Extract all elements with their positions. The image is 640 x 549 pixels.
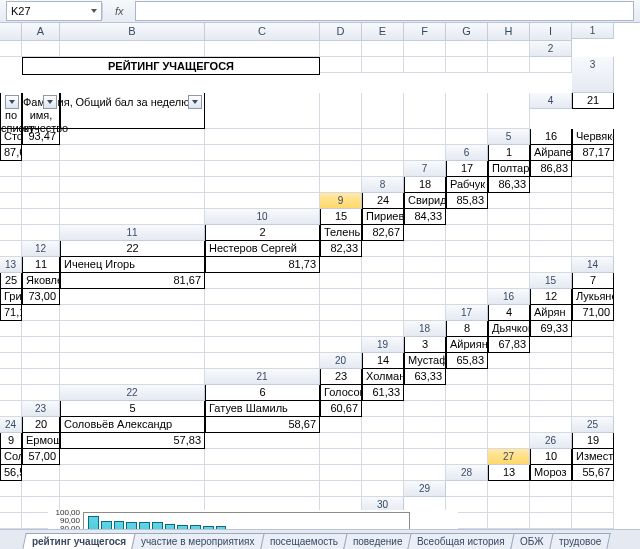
cell[interactable]: [446, 241, 488, 257]
cell[interactable]: [362, 57, 404, 73]
cell-score[interactable]: 84,33: [404, 209, 446, 225]
col-header[interactable]: I: [530, 23, 572, 41]
cell[interactable]: [446, 369, 488, 385]
cell[interactable]: [362, 257, 404, 273]
cell[interactable]: [446, 433, 488, 449]
sheet-tab[interactable]: рейтинг учащегося: [22, 533, 136, 549]
cell-name[interactable]: Червякова Анастасия: [572, 129, 614, 145]
cell[interactable]: [362, 273, 404, 289]
cell[interactable]: [404, 93, 446, 129]
cell[interactable]: [22, 177, 60, 193]
chevron-down-icon[interactable]: [91, 9, 97, 13]
cell[interactable]: [320, 449, 362, 465]
cell-number[interactable]: 20: [22, 417, 60, 433]
cell[interactable]: [320, 321, 362, 337]
name-box[interactable]: K27: [6, 1, 102, 21]
cell-score[interactable]: 87,17: [572, 145, 614, 161]
cell-number[interactable]: 25: [0, 273, 22, 289]
cell[interactable]: [60, 465, 205, 481]
cell[interactable]: [60, 161, 205, 177]
cell[interactable]: [0, 401, 22, 417]
cell[interactable]: [205, 129, 320, 145]
cell[interactable]: [446, 129, 488, 145]
row-header[interactable]: 25: [572, 417, 614, 433]
cell-name[interactable]: Айриян Артур: [446, 337, 488, 353]
cell[interactable]: [572, 481, 614, 497]
cell[interactable]: [0, 481, 22, 497]
cell[interactable]: [530, 369, 572, 385]
row-header[interactable]: 18: [404, 321, 446, 337]
cell[interactable]: [488, 41, 530, 57]
cell-number[interactable]: 6: [205, 385, 320, 401]
cell-number[interactable]: 21: [572, 93, 614, 109]
cell[interactable]: [0, 209, 22, 225]
cell-score[interactable]: 81,67: [60, 273, 205, 289]
sheet-tab[interactable]: поведение: [343, 533, 412, 549]
cell[interactable]: [0, 353, 22, 369]
cell[interactable]: [572, 385, 614, 401]
cell[interactable]: [488, 433, 530, 449]
cell-name[interactable]: Изместьев Денис: [572, 449, 614, 465]
cell[interactable]: [320, 289, 362, 305]
cell[interactable]: [488, 417, 530, 433]
cell[interactable]: [488, 353, 530, 369]
cell-score[interactable]: 82,33: [320, 241, 362, 257]
cell-score[interactable]: 71,17: [0, 305, 22, 321]
cell-score[interactable]: 82,67: [362, 225, 404, 241]
cell[interactable]: [572, 225, 614, 241]
col-header[interactable]: F: [404, 23, 446, 41]
cell-name[interactable]: Яковлева Мария: [22, 273, 60, 289]
cell-number[interactable]: 4: [488, 305, 530, 321]
cell-number[interactable]: 24: [362, 193, 404, 209]
cell-number[interactable]: 5: [60, 401, 205, 417]
cell-number[interactable]: 22: [60, 241, 205, 257]
sheet-tab[interactable]: участие в мероприятиях: [131, 533, 264, 549]
cell[interactable]: [22, 305, 60, 321]
worksheet-grid[interactable]: ABCDEFGHI12РЕЙТИНГ УЧАЩЕГОСЯ3№ по списку…: [0, 23, 640, 549]
cell[interactable]: [60, 145, 205, 161]
row-header[interactable]: 1: [572, 23, 614, 39]
cell[interactable]: [22, 161, 60, 177]
filter-icon[interactable]: [5, 95, 19, 109]
cell[interactable]: [362, 93, 404, 129]
sheet-tab[interactable]: трудовое: [549, 533, 611, 549]
cell[interactable]: [205, 177, 320, 193]
cell-number[interactable]: 12: [530, 289, 572, 305]
cell[interactable]: [572, 401, 614, 417]
cell-name[interactable]: Соловьёв Александр: [60, 417, 205, 433]
cell-score[interactable]: 61,33: [362, 385, 404, 401]
cell[interactable]: [22, 225, 60, 241]
row-header[interactable]: 19: [362, 337, 404, 353]
cell[interactable]: [320, 57, 362, 73]
cell[interactable]: [205, 193, 320, 209]
cell[interactable]: [320, 93, 362, 129]
filter-icon[interactable]: [43, 95, 57, 109]
row-header[interactable]: 11: [60, 225, 205, 241]
cell-name[interactable]: Ермошкин Сергей: [22, 433, 60, 449]
cell[interactable]: [60, 353, 205, 369]
cell[interactable]: [205, 465, 320, 481]
cell[interactable]: [446, 273, 488, 289]
cell-name[interactable]: Лукьянова Ангелина: [572, 289, 614, 305]
cell[interactable]: [60, 369, 205, 385]
row-header[interactable]: 3: [572, 57, 614, 93]
cell[interactable]: [205, 337, 320, 353]
cell[interactable]: [404, 305, 446, 321]
row-header[interactable]: 12: [22, 241, 60, 257]
cell[interactable]: [530, 337, 572, 353]
col-header-name[interactable]: Фамилия, имя, отчество: [22, 93, 60, 129]
cell[interactable]: [205, 353, 320, 369]
cell-name[interactable]: Пириев Сергей: [362, 209, 404, 225]
sheet-tab[interactable]: посещаемость: [260, 533, 348, 549]
row-header[interactable]: 14: [572, 257, 614, 273]
cell-number[interactable]: 17: [446, 161, 488, 177]
cell-score[interactable]: 86,33: [488, 177, 530, 193]
cell[interactable]: [530, 57, 572, 73]
cell[interactable]: [60, 449, 205, 465]
cell[interactable]: [0, 513, 22, 529]
row-header[interactable]: 4: [530, 93, 572, 109]
cell[interactable]: [404, 417, 446, 433]
fx-icon[interactable]: fx: [115, 5, 129, 17]
cell[interactable]: [572, 353, 614, 369]
cell[interactable]: [22, 41, 60, 57]
